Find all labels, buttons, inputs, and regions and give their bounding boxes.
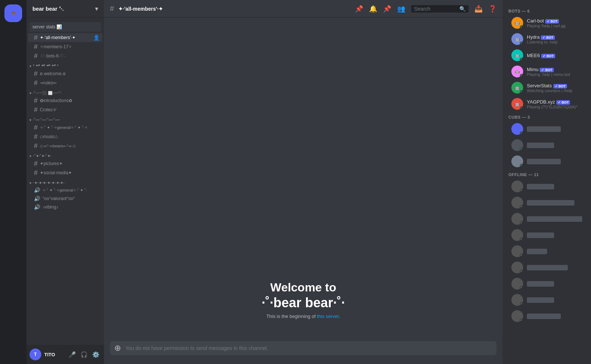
channel-item-members-17[interactable]: # ✧members-17✧ (28, 42, 102, 51)
channel-item-vibing[interactable]: 🔊 ♪vibing♪ (28, 203, 102, 211)
category-name-4: ·˚✦·˚✦·˚✦· (33, 154, 52, 158)
members-section-offline-header: OFFLINE — 11 (503, 169, 591, 178)
category-header-1[interactable]: ▾ ° ❝❞ ❝❞ ❝❞ ❝❞ ° (27, 63, 104, 69)
status-dot-offline-4 (520, 238, 523, 241)
member-item-offline-9[interactable]: ██████████ (505, 308, 588, 324)
member-item-mee6[interactable]: 🤖 MEE6 ✓ BOT (505, 47, 588, 63)
add-user-icon[interactable]: 👤 (93, 35, 100, 41)
category-header-5[interactable]: ▾ ·✦·✦·✦·✦·✦·✦·✦· (27, 179, 104, 186)
member-item-offline-5[interactable]: ██████ (505, 243, 588, 259)
channel-name-vibing: ♪vibing♪ (42, 204, 58, 210)
member-avatar-offline-1 (511, 181, 523, 192)
channel-item-all-members[interactable]: # ✦·'all-members'·✦ 👤 (28, 33, 102, 42)
status-dot-mimu (520, 74, 523, 77)
server-stats-banner[interactable]: server stats 📊 (29, 22, 101, 32)
settings-button[interactable]: ⚙️ (91, 349, 101, 360)
member-item-offline-7[interactable]: ████████ (505, 276, 588, 292)
bot-badge: ✓ BOT (545, 19, 559, 24)
member-item-yagpdb[interactable]: 🤖 YAGPDB.xyz ✓ BOT Playing (?!)^(L|G|B|T… (505, 96, 588, 112)
category-header-3[interactable]: ▾ ·˚—·˚—·˚—·˚—· (27, 116, 104, 123)
message-input-area: ⊕ (104, 341, 503, 364)
member-item-offline-2[interactable]: ██████████████ (505, 195, 588, 211)
member-item-carlbot[interactable]: 🤖 Carl-bot ✓ BOT Playing !help | carl.gg (505, 15, 588, 31)
member-name-offline-2: ██████████████ (527, 200, 582, 206)
pin-icon[interactable]: 📌 (355, 5, 363, 13)
member-item-offline-6[interactable]: ████████████ (505, 259, 588, 276)
channel-name-members-17: ✧members-17✧ (40, 44, 72, 49)
deafen-button[interactable]: 🎧 (79, 349, 89, 360)
boost-icon[interactable]: 📌 (383, 5, 391, 13)
channel-item-welcome[interactable]: # ʚ.welcome.ɞ (28, 69, 102, 78)
channel-name-bots-6: ·♡·bots-6·♡· (40, 53, 65, 59)
member-item-cub-2[interactable]: ████████ (505, 137, 588, 153)
member-avatar-offline-3 (511, 213, 523, 225)
channel-item-bears[interactable]: # ◇·∞ᵕ̈·∞bears∞·ᵕ̈∞·◇ (28, 141, 102, 150)
mute-button[interactable]: 🎤 (67, 349, 77, 360)
help-icon[interactable]: ❓ (489, 5, 497, 13)
category-header-2[interactable]: ▾ ·˚─···⬛ ⬜─···˚· (27, 90, 104, 96)
status-dot-yagpdb (520, 106, 523, 110)
channel-name-bears: ◇·∞ᵕ̈·∞bears∞·ᵕ̈∞·◇ (40, 144, 76, 148)
main-content: # ✦·'all-members'·✦ 📌 🔔 📌 👥 🔍 📥 ❓ Welcom… (104, 0, 503, 364)
member-item-offline-3[interactable]: ████████████████████ (505, 211, 588, 227)
member-info-carlbot: Carl-bot ✓ BOT Playing !help | carl.gg (527, 18, 582, 28)
status-dot-cub-3 (520, 164, 523, 167)
member-item-serverstats[interactable]: 🤖 ServerStats ✓ BOT Watching counters | … (505, 80, 588, 96)
member-name-yagpdb: YAGPDB.xyz ✓ BOT (527, 99, 582, 105)
channel-name-pictures: ✦pictures✦ (40, 161, 63, 166)
server-link[interactable]: this server (317, 314, 339, 319)
messages-area: Welcome to ·˚·bear bear·˚· This is the b… (104, 18, 503, 341)
member-item-hydra[interactable]: 🤖 Hydra ✓ BOT Listening to .help (505, 31, 588, 47)
member-avatar-cub-3 (511, 155, 523, 167)
channel-header-hash-icon: # (110, 4, 114, 13)
bot-badge: ✓ BOT (556, 100, 570, 105)
channel-item-croles[interactable]: # Croles𝒞 (28, 105, 102, 114)
search-input[interactable] (414, 6, 457, 12)
category-header-4[interactable]: ▾ ·˚✦·˚✦·˚✦· (27, 153, 104, 159)
member-item-offline-8[interactable]: ████████ (505, 292, 588, 308)
channel-item-vc-general[interactable]: 🔊 ✧·˚ ✦ ˚·✧general✧·˚ ✦ ˚· (28, 186, 102, 194)
status-dot-offline-1 (520, 189, 523, 192)
channel-item-social-media[interactable]: # ✦social-media✦ (28, 168, 102, 177)
channel-item-general[interactable]: # ✧·˚ ✦ ˚·✧general✧·˚ ✦ ˚·✧ (28, 123, 102, 132)
arrow-icon: ▾ (29, 91, 32, 95)
channel-item-pictures[interactable]: # ✦pictures✦ (28, 159, 102, 168)
members-icon[interactable]: 👥 (397, 5, 405, 13)
bot-badge: ✓ BOT (541, 35, 555, 40)
welcome-title: Welcome to ·˚·bear bear·˚· (117, 280, 489, 311)
server-header[interactable]: bear bear ʻ·. ▾ (27, 0, 104, 18)
status-dot-offline-6 (520, 270, 523, 273)
channel-item-music[interactable]: # ◇music◇ (28, 132, 102, 141)
arrow-icon: ▾ (29, 154, 32, 158)
message-input[interactable] (125, 341, 492, 355)
member-name-offline-8: ████████ (527, 297, 582, 303)
search-box[interactable]: 🔍 (411, 5, 469, 13)
channel-item-rules[interactable]: # ⇒rules⇐ (28, 78, 102, 87)
channel-item-introductions[interactable]: # ✿introductions✿ (28, 96, 102, 105)
member-item-mimu[interactable]: 🤖 Mimu ✓ BOT Playing .help | mimu.bot (505, 63, 588, 80)
member-item-offline-4[interactable]: ████████ (505, 227, 588, 243)
user-avatar: T (29, 349, 41, 360)
member-info-offline-6: ████████████ (527, 265, 582, 270)
channel-name-all-members: ✦·'all-members'·✦ (40, 35, 76, 40)
attachment-button[interactable]: ⊕ (114, 343, 121, 353)
member-item-cub-3[interactable]: ██████████ (505, 153, 588, 169)
category-name-5: ·✦·✦·✦·✦·✦·✦·✦· (33, 181, 65, 185)
status-dot-mee6 (520, 58, 523, 61)
inbox-icon[interactable]: 📥 (474, 5, 483, 13)
server-icon-bear-bear[interactable]: 🐻 (4, 4, 22, 22)
member-item-offline-1[interactable]: ████████ (505, 178, 588, 195)
members-section-bots-header: BOTS — 6 (503, 6, 591, 15)
member-item-cub-1[interactable]: ██████████ (505, 121, 588, 137)
member-name-offline-4: ████████ (527, 232, 582, 238)
channel-header: # ✦·'all-members'·✦ 📌 🔔 📌 👥 🔍 📥 ❓ (104, 0, 503, 18)
channel-item-valorant[interactable]: 🔊 °oo°valorant°oo° (28, 195, 102, 203)
hash-icon: # (34, 53, 38, 59)
member-avatar-offline-2 (511, 197, 523, 209)
member-name-mee6: MEE6 ✓ BOT (527, 53, 582, 58)
member-info-offline-8: ████████ (527, 297, 582, 303)
member-info-cub-1: ██████████ (527, 126, 582, 132)
channel-item-bots-6[interactable]: # ·♡·bots-6·♡· (28, 52, 102, 60)
notification-icon[interactable]: 🔔 (369, 5, 377, 13)
search-icon: 🔍 (459, 6, 466, 12)
